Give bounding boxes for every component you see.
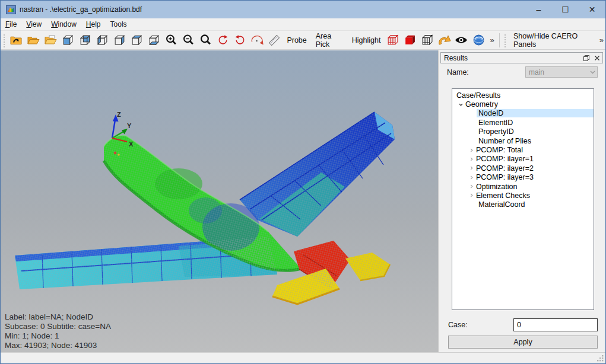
name-combobox[interactable]: main <box>525 66 598 78</box>
viewport-3d[interactable]: Z Y X Label: label=NA; NodeID Subcase: 0… <box>1 50 439 353</box>
tree-item-geometry[interactable]: Geometry <box>452 100 594 108</box>
tree-item-element-checks[interactable]: Element Checks <box>452 191 594 200</box>
surface-mode-button[interactable] <box>402 33 417 48</box>
minimize-button[interactable]: – <box>525 1 552 18</box>
tree-item-pcomp-total[interactable]: PCOMP: Total <box>452 145 594 154</box>
zoom-in-icon <box>165 34 177 46</box>
view-right-button[interactable] <box>112 33 127 48</box>
case-input[interactable] <box>514 319 606 331</box>
rotate-about-center-button[interactable] <box>249 33 265 48</box>
probe-button[interactable]: Probe <box>284 33 309 48</box>
chevron-down-icon <box>588 71 597 74</box>
chevron-collapsed-icon[interactable] <box>468 147 474 153</box>
close-button[interactable]: ✕ <box>579 1 605 18</box>
axis-z-label: Z <box>117 111 121 118</box>
tree-root-case-results[interactable]: Case/Results <box>452 91 594 100</box>
toolbar-drag-handle[interactable] <box>3 33 5 47</box>
cube-front-icon <box>62 34 74 46</box>
maximize-button[interactable]: ☐ <box>552 1 579 18</box>
dock-close-button[interactable] <box>592 53 602 63</box>
menu-tools[interactable]: Tools <box>106 18 132 30</box>
legend-line-subcase: Subcase: 0 Subtitle: case=NA <box>5 322 111 331</box>
rotate-ccw-icon <box>234 34 246 46</box>
caero-overflow-chevron[interactable]: » <box>598 36 605 44</box>
view-top-button[interactable] <box>129 33 144 48</box>
zoom-in-button[interactable] <box>163 33 179 48</box>
apply-button[interactable]: Apply <box>448 336 598 349</box>
magnify-button[interactable] <box>198 33 213 48</box>
tree-item-propertyid[interactable]: PropertyID <box>452 127 594 136</box>
chevron-collapsed-icon[interactable] <box>468 193 474 199</box>
open-folder-icon <box>27 34 40 46</box>
chevron-expanded-icon[interactable] <box>458 101 464 107</box>
view-left-button[interactable] <box>94 33 110 48</box>
view-front-button[interactable] <box>60 33 75 48</box>
tree-item-optimization[interactable]: Optimization <box>452 182 594 191</box>
dock-float-button[interactable] <box>581 53 592 63</box>
app-icon <box>6 5 16 14</box>
results-panel-title: Results <box>441 54 581 62</box>
chevron-collapsed-icon[interactable] <box>468 156 474 162</box>
rotate-counterclockwise-button[interactable] <box>232 33 248 48</box>
measure-distance-button[interactable] <box>266 33 282 48</box>
legend-line-max: Max: 41903; Node: 41903 <box>5 341 111 350</box>
zoom-out-button[interactable] <box>180 33 196 48</box>
chevron-collapsed-icon[interactable] <box>468 184 474 190</box>
camera-globe-icon <box>472 34 485 46</box>
view-bottom-button[interactable] <box>146 33 161 48</box>
toolbar-overflow-chevron[interactable]: » <box>488 36 496 44</box>
reload-model-button[interactable] <box>8 33 24 48</box>
view-back-button[interactable] <box>77 33 93 48</box>
window-title: nastran - .\electric_ga_optimization.bdf <box>20 5 142 14</box>
tree-item-materialcoord[interactable]: MaterialCoord <box>452 200 594 209</box>
menu-help[interactable]: Help <box>81 18 106 30</box>
area-pick-button[interactable]: Area Pick <box>312 33 348 48</box>
results-panel: Results Name: main <box>439 50 605 353</box>
cube-right-icon <box>113 34 126 46</box>
rotate-center-icon <box>250 33 264 47</box>
resize-grip[interactable] <box>597 355 604 362</box>
screenshot-button[interactable] <box>471 33 486 48</box>
menu-file[interactable]: File <box>1 18 21 30</box>
case-spinbox[interactable] <box>513 318 598 331</box>
toolbar-separator <box>499 33 500 47</box>
model-render: Z Y X <box>1 50 439 353</box>
wireframe-mode-button[interactable] <box>385 33 400 48</box>
case-label: Case: <box>448 321 468 329</box>
open-geometry-button[interactable] <box>26 33 41 48</box>
zoom-out-icon <box>182 34 195 46</box>
case-results-tree: Case/Results Geometry NodeID ElementID P… <box>452 88 594 310</box>
open-folder-file-icon <box>44 34 57 46</box>
flip-picking-button[interactable] <box>436 33 452 48</box>
chevron-collapsed-icon[interactable] <box>468 165 474 171</box>
tree-item-number-of-plies[interactable]: Number of Plies <box>452 136 594 145</box>
tree-item-pcomp-ilayer-1[interactable]: PCOMP: ilayer=1 <box>452 155 594 164</box>
menu-window[interactable]: Window <box>46 18 81 30</box>
bw-wireframe-cube-icon <box>421 34 433 46</box>
eye-icon <box>454 35 468 45</box>
name-combobox-value: main <box>526 68 588 76</box>
legend-line-min: Min: 1; Node: 1 <box>5 331 111 341</box>
tree-item-pcomp-ilayer-3[interactable]: PCOMP: ilayer=3 <box>452 173 594 182</box>
menu-view[interactable]: View <box>21 18 46 30</box>
view-visibility-button[interactable] <box>453 33 469 48</box>
rotate-clockwise-button[interactable] <box>215 33 230 48</box>
edges-toggle-button[interactable] <box>419 33 434 48</box>
show-hide-caero-panels-button[interactable]: Show/Hide CAERO Panels <box>509 33 596 48</box>
tree-item-pcomp-ilayer-2[interactable]: PCOMP: ilayer=2 <box>452 164 594 173</box>
name-label: Name: <box>447 68 469 76</box>
caero-toolbar-drag-handle[interactable] <box>504 33 506 47</box>
load-results-button[interactable] <box>43 33 58 48</box>
toolbar: Probe Area Pick Highlight <box>1 31 605 50</box>
tree-item-elementid[interactable]: ElementID <box>452 118 594 127</box>
tree-item-nodeid[interactable]: NodeID <box>452 109 594 118</box>
red-wireframe-cube-icon <box>386 34 399 46</box>
menubar: File View Window Help Tools <box>1 18 605 31</box>
highlight-button[interactable]: Highlight <box>350 33 383 48</box>
titlebar[interactable]: nastran - .\electric_ga_optimization.bdf… <box>1 1 605 18</box>
reload-folder-icon <box>9 34 23 46</box>
legend-line-label: Label: label=NA; NodeID <box>5 312 111 322</box>
orange-swap-arrow-icon <box>437 34 451 47</box>
chevron-collapsed-icon[interactable] <box>468 174 474 180</box>
app-window: nastran - .\electric_ga_optimization.bdf… <box>0 0 606 364</box>
